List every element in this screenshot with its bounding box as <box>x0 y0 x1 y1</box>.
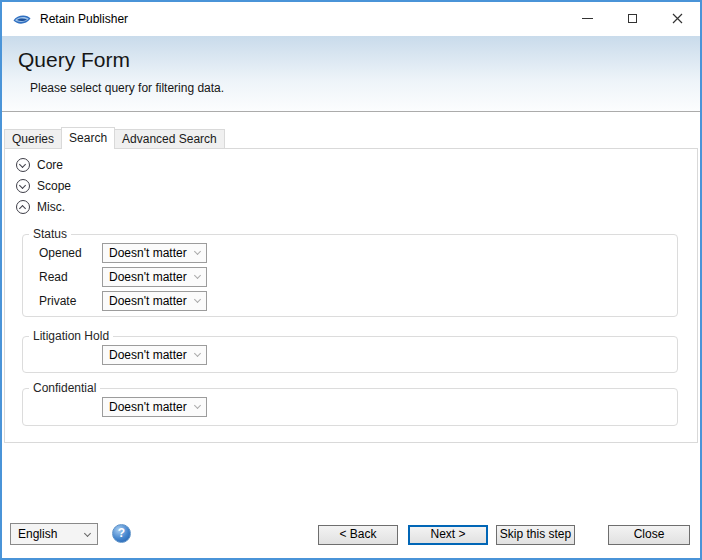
chevron-down-circle-icon <box>16 158 30 172</box>
group-litigation-hold-legend: Litigation Hold <box>29 329 113 343</box>
maximize-icon <box>628 14 637 23</box>
next-button[interactable]: Next > <box>408 525 488 545</box>
retain-publisher-window: Retain Publisher Query Form Please selec… <box>0 0 702 560</box>
retain-logo-icon <box>12 12 32 27</box>
expander-list: Core Scope Misc. <box>16 157 71 220</box>
opened-label: Opened <box>39 246 102 260</box>
group-confidential-legend: Confidential <box>29 381 100 395</box>
group-litigation-hold: Litigation Hold Doesn't matter <box>22 329 678 373</box>
language-dropdown-value: English <box>18 527 57 541</box>
expander-scope[interactable]: Scope <box>16 178 71 194</box>
chevron-down-icon <box>194 402 201 409</box>
window-title: Retain Publisher <box>40 12 128 26</box>
chevron-down-icon <box>84 529 91 536</box>
expander-misc[interactable]: Misc. <box>16 199 71 215</box>
tab-queries[interactable]: Queries <box>4 129 62 148</box>
opened-dropdown-value: Doesn't matter <box>109 246 187 260</box>
minimize-icon <box>582 18 593 19</box>
expander-scope-label: Scope <box>37 179 71 193</box>
expander-core-label: Core <box>37 158 63 172</box>
confidential-row: Doesn't matter <box>39 397 677 417</box>
tab-advanced-search[interactable]: Advanced Search <box>114 129 225 148</box>
help-button[interactable]: ? <box>112 524 131 543</box>
litigation-hold-dropdown[interactable]: Doesn't matter <box>102 345 207 365</box>
maximize-button[interactable] <box>610 2 655 34</box>
wizard-header: Query Form Please select query for filte… <box>2 36 700 112</box>
status-row-read: Read Doesn't matter <box>39 267 677 287</box>
page-subtitle: Please select query for filtering data. <box>30 81 700 95</box>
title-bar: Retain Publisher <box>2 2 700 36</box>
language-dropdown[interactable]: English <box>10 523 98 545</box>
chevron-up-circle-icon <box>16 200 30 214</box>
read-dropdown-value: Doesn't matter <box>109 270 187 284</box>
group-confidential: Confidential Doesn't matter <box>22 381 678 426</box>
expander-core[interactable]: Core <box>16 157 71 173</box>
chevron-down-icon <box>194 272 201 279</box>
back-button[interactable]: < Back <box>318 525 398 545</box>
group-status-legend: Status <box>29 227 71 241</box>
chevron-down-circle-icon <box>16 179 30 193</box>
tab-search[interactable]: Search <box>61 127 115 149</box>
expander-misc-label: Misc. <box>37 200 65 214</box>
close-button[interactable]: Close <box>608 525 690 545</box>
opened-dropdown[interactable]: Doesn't matter <box>102 243 207 263</box>
tab-strip: Queries Search Advanced Search <box>4 127 224 148</box>
litigation-hold-row: Doesn't matter <box>39 345 677 365</box>
page-title: Query Form <box>18 48 700 72</box>
minimize-button[interactable] <box>565 2 610 34</box>
window-controls <box>565 2 700 34</box>
skip-this-step-button[interactable]: Skip this step <box>496 525 575 545</box>
status-row-private: Private Doesn't matter <box>39 291 677 311</box>
chevron-down-icon <box>194 350 201 357</box>
chevron-down-icon <box>194 248 201 255</box>
confidential-dropdown-value: Doesn't matter <box>109 400 187 414</box>
read-dropdown[interactable]: Doesn't matter <box>102 267 207 287</box>
group-status: Status Opened Doesn't matter Read Doesn'… <box>22 227 678 317</box>
litigation-hold-dropdown-value: Doesn't matter <box>109 348 187 362</box>
private-dropdown-value: Doesn't matter <box>109 294 187 308</box>
confidential-dropdown[interactable]: Doesn't matter <box>102 397 207 417</box>
private-label: Private <box>39 294 102 308</box>
read-label: Read <box>39 270 102 284</box>
close-window-button[interactable] <box>655 2 700 34</box>
status-row-opened: Opened Doesn't matter <box>39 243 677 263</box>
private-dropdown[interactable]: Doesn't matter <box>102 291 207 311</box>
chevron-down-icon <box>194 296 201 303</box>
close-icon <box>672 13 683 24</box>
